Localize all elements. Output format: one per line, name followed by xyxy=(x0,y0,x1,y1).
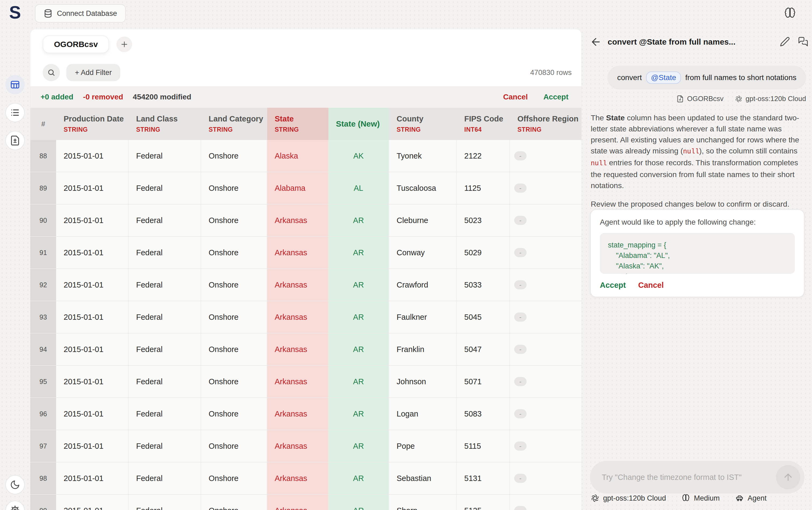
cell-offshore[interactable]: - xyxy=(510,172,581,204)
cell-fips[interactable]: 5045 xyxy=(457,301,510,333)
cell-production_date[interactable]: 2015-01-01 xyxy=(56,172,129,204)
cell-county[interactable]: Sharp xyxy=(389,495,457,510)
effort-selector[interactable]: Medium xyxy=(682,494,720,503)
tab-ogorbcsv[interactable]: OGORBcsv xyxy=(43,35,109,53)
mode-selector[interactable]: Agent xyxy=(735,494,766,503)
cell-state_new[interactable]: AR xyxy=(328,462,389,494)
cell-fips[interactable]: 5029 xyxy=(457,237,510,268)
memory-button[interactable] xyxy=(784,7,796,20)
cell-land_class[interactable]: Federal xyxy=(129,269,201,301)
proposal-accept-button[interactable]: Accept xyxy=(600,281,626,290)
cell-fips[interactable]: 5047 xyxy=(457,334,510,365)
back-button[interactable] xyxy=(590,36,602,48)
cell-fips[interactable]: 5083 xyxy=(457,398,510,430)
cell-offshore[interactable]: - xyxy=(510,398,581,430)
cell-num[interactable]: 89 xyxy=(30,172,56,204)
cell-county[interactable]: Johnson xyxy=(389,366,457,397)
cell-county[interactable]: Tyonek xyxy=(389,140,457,172)
cell-county[interactable]: Logan xyxy=(389,398,457,430)
table-row[interactable]: 992015-01-01FederalOnshoreArkansasARShar… xyxy=(30,495,581,510)
cell-county[interactable]: Faulkner xyxy=(389,301,457,333)
cell-county[interactable]: Pope xyxy=(389,430,457,462)
cell-state_new[interactable]: AR xyxy=(328,366,389,397)
cell-state_new[interactable]: AR xyxy=(328,237,389,268)
cell-num[interactable]: 91 xyxy=(30,237,56,268)
add-tab-button[interactable] xyxy=(117,36,132,52)
sidebar-item-table-view[interactable] xyxy=(5,75,25,94)
cell-land_category[interactable]: Onshore xyxy=(201,204,267,236)
cell-state_new[interactable]: AR xyxy=(328,269,389,301)
cell-offshore[interactable]: - xyxy=(510,301,581,333)
cell-state_new[interactable]: AR xyxy=(328,495,389,510)
proposal-cancel-button[interactable]: Cancel xyxy=(638,281,664,290)
cell-production_date[interactable]: 2015-01-01 xyxy=(56,301,129,333)
cell-offshore[interactable]: - xyxy=(510,334,581,365)
cell-state[interactable]: Arkansas xyxy=(267,269,328,301)
column-header-fips-code[interactable]: FIPS Code INT64 xyxy=(457,108,510,140)
cell-county[interactable]: Franklin xyxy=(389,334,457,365)
cell-num[interactable]: 95 xyxy=(30,366,56,397)
cell-county[interactable]: Cleburne xyxy=(389,204,457,236)
table-row[interactable]: 902015-01-01FederalOnshoreArkansasARCleb… xyxy=(30,204,581,237)
cell-land_category[interactable]: Onshore xyxy=(201,269,267,301)
table-row[interactable]: 932015-01-01FederalOnshoreArkansasARFaul… xyxy=(30,301,581,334)
rename-button[interactable] xyxy=(780,36,790,47)
cell-land_category[interactable]: Onshore xyxy=(201,398,267,430)
cell-land_category[interactable]: Onshore xyxy=(201,495,267,510)
column-header-land-class[interactable]: Land Class STRING xyxy=(129,108,201,140)
cell-state[interactable]: Arkansas xyxy=(267,366,328,397)
cell-fips[interactable]: 5115 xyxy=(457,430,510,462)
chat-input[interactable] xyxy=(602,461,768,493)
cell-state[interactable]: Arkansas xyxy=(267,301,328,333)
cell-land_class[interactable]: Federal xyxy=(129,398,201,430)
cell-fips[interactable]: 5033 xyxy=(457,269,510,301)
cell-state[interactable]: Arkansas xyxy=(267,334,328,365)
cell-production_date[interactable]: 2015-01-01 xyxy=(56,366,129,397)
column-header-production-date[interactable]: Production Date STRING xyxy=(56,108,129,140)
cell-production_date[interactable]: 2015-01-01 xyxy=(56,237,129,268)
cell-state[interactable]: Arkansas xyxy=(267,237,328,268)
cell-land_category[interactable]: Onshore xyxy=(201,366,267,397)
cell-state[interactable]: Alabama xyxy=(267,172,328,204)
cell-state_new[interactable]: AR xyxy=(328,398,389,430)
model-selector[interactable]: gpt-oss:120b Cloud xyxy=(591,494,666,503)
cell-num[interactable]: 97 xyxy=(30,430,56,462)
new-chat-button[interactable] xyxy=(798,36,809,47)
cell-offshore[interactable]: - xyxy=(510,237,581,268)
cell-fips[interactable]: 2122 xyxy=(457,140,510,172)
table-body[interactable]: 882015-01-01FederalOnshoreAlaskaAKTyonek… xyxy=(30,140,581,510)
cell-fips[interactable]: 5023 xyxy=(457,204,510,236)
proposal-code-block[interactable]: state_mapping = { "Alabama": "AL", "Alas… xyxy=(600,233,795,274)
cell-land_class[interactable]: Federal xyxy=(129,334,201,365)
cell-state_new[interactable]: AR xyxy=(328,204,389,236)
cell-num[interactable]: 99 xyxy=(30,495,56,510)
cell-num[interactable]: 98 xyxy=(30,462,56,494)
cell-fips[interactable]: 5125 xyxy=(457,495,510,510)
connect-database-button[interactable]: Connect Database xyxy=(35,4,126,23)
cell-state_new[interactable]: AL xyxy=(328,172,389,204)
cell-production_date[interactable]: 2015-01-01 xyxy=(56,495,129,510)
column-header-state[interactable]: State STRING xyxy=(267,108,328,140)
column-header-state-new[interactable]: State (New) xyxy=(328,108,389,140)
cell-land_class[interactable]: Federal xyxy=(129,237,201,268)
cell-land_class[interactable]: Federal xyxy=(129,462,201,494)
cell-num[interactable]: 92 xyxy=(30,269,56,301)
cell-fips[interactable]: 1125 xyxy=(457,172,510,204)
cell-production_date[interactable]: 2015-01-01 xyxy=(56,398,129,430)
column-header-index[interactable]: # xyxy=(30,108,56,140)
cell-offshore[interactable]: - xyxy=(510,430,581,462)
column-header-county[interactable]: County STRING xyxy=(389,108,457,140)
cell-land_class[interactable]: Federal xyxy=(129,172,201,204)
cell-land_class[interactable]: Federal xyxy=(129,140,201,172)
cell-county[interactable]: Tuscaloosa xyxy=(389,172,457,204)
cell-production_date[interactable]: 2015-01-01 xyxy=(56,204,129,236)
cell-state[interactable]: Alaska xyxy=(267,140,328,172)
table-row[interactable]: 922015-01-01FederalOnshoreArkansasARCraw… xyxy=(30,269,581,301)
table-row[interactable]: 972015-01-01FederalOnshoreArkansasARPope… xyxy=(30,430,581,462)
cell-production_date[interactable]: 2015-01-01 xyxy=(56,334,129,365)
settings-button[interactable] xyxy=(5,501,25,510)
add-filter-button[interactable]: + Add Filter xyxy=(66,64,120,81)
cell-num[interactable]: 94 xyxy=(30,334,56,365)
cell-num[interactable]: 90 xyxy=(30,204,56,236)
table-row[interactable]: 952015-01-01FederalOnshoreArkansasARJohn… xyxy=(30,366,581,398)
